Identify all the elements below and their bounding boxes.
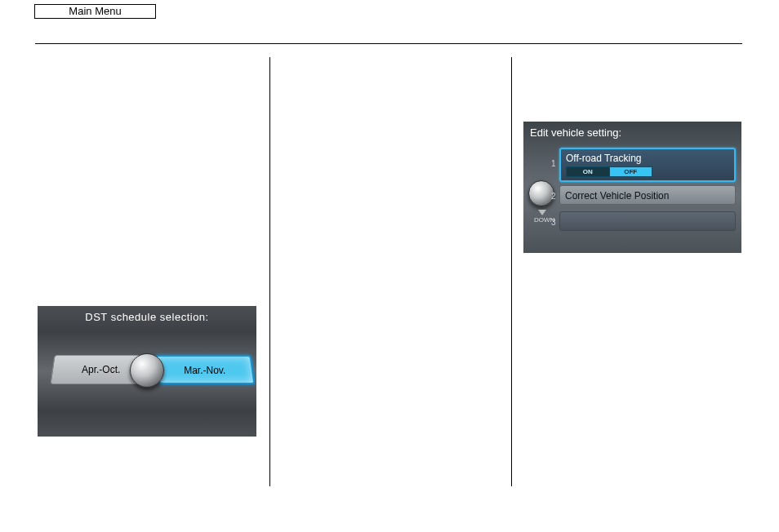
dst-option-right-label: Mar.-Nov. [185,357,226,384]
edit-vehicle-settings-panel: Edit vehicle setting: DOWN 1 2 3 Off-roa… [523,122,741,253]
scroll-down-indicator[interactable]: DOWN [534,210,550,224]
dst-option-left-label: Apr.-Oct. [82,356,120,383]
offroad-tracking-row[interactable]: Off-road Tracking ON OFF [559,148,736,182]
on-off-toggle: ON OFF [566,166,652,177]
correct-vehicle-position-label: Correct Vehicle Position [565,189,730,202]
dst-option-mar-nov[interactable]: Mar.-Nov. [154,355,255,384]
row-index-1: 1 [551,159,556,168]
row-index-3: 3 [551,218,556,227]
dst-schedule-panel: DST schedule selection: Apr.-Oct. Mar.-N… [38,306,256,437]
empty-row [559,211,736,231]
offroad-tracking-label: Off-road Tracking [566,153,729,164]
row-index-2: 2 [551,192,556,201]
column-divider-1 [269,57,270,486]
on-button[interactable]: ON [566,166,609,177]
correct-vehicle-position-row[interactable]: Correct Vehicle Position [559,185,736,205]
dial-icon[interactable] [130,353,164,388]
vehicle-title: Edit vehicle setting: [530,126,621,139]
header-rule [35,43,742,44]
off-button[interactable]: OFF [609,166,653,177]
main-menu-button[interactable]: Main Menu [34,4,156,19]
dst-title: DST schedule selection: [38,311,256,323]
column-divider-2 [511,57,512,486]
